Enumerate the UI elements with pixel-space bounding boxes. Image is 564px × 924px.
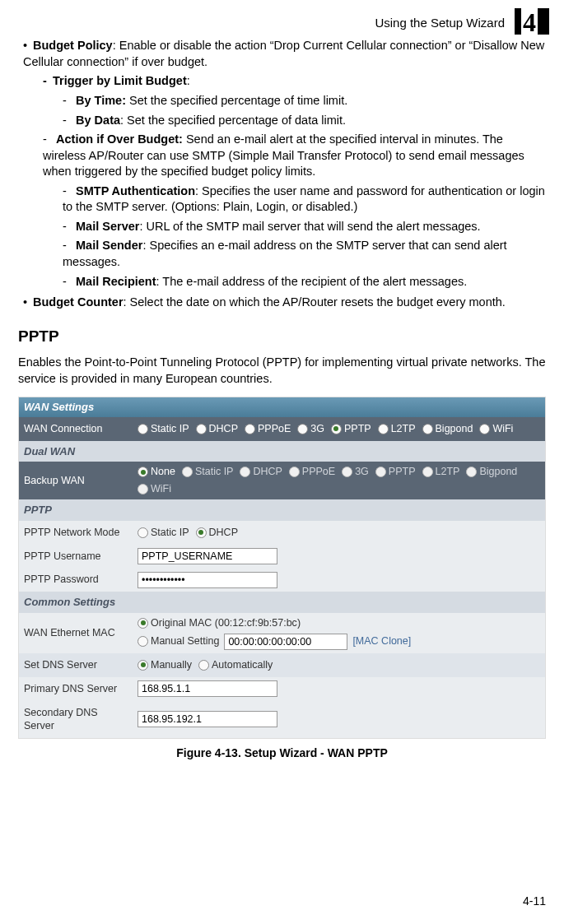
figure-title-bar: WAN Settings <box>19 397 545 417</box>
backup-none-radio[interactable]: None <box>138 465 175 479</box>
content-list: •Budget Policy: Enable or disable the ac… <box>18 38 546 310</box>
mail-sender-item: - Mail Sender: Specifies an e-mail addre… <box>63 238 546 270</box>
pptp-mode-row: PPTP Network Mode Static IP DHCP <box>19 521 545 545</box>
primary-dns-input[interactable] <box>138 680 277 697</box>
set-dns-row: Set DNS Server Manually Automatically <box>19 653 545 677</box>
smtp-auth-item: - SMTP Authentication: Specifies the use… <box>63 183 546 216</box>
page-number: 4-11 <box>523 894 546 909</box>
backup-3g-radio[interactable]: 3G <box>342 465 369 479</box>
pptp-subheader: PPTP <box>19 499 545 521</box>
chapter-number-box: 4 <box>515 8 549 35</box>
wan-bigpond-radio[interactable]: Bigpond <box>422 422 473 436</box>
backup-wan-row: Backup WAN None Static IP DHCP PPPoE 3G … <box>19 462 545 499</box>
pptp-username-row: PPTP Username <box>19 545 545 569</box>
secondary-dns-input[interactable] <box>138 711 277 727</box>
figure-caption: Figure 4-13. Setup Wizard - WAN PPTP <box>18 745 546 761</box>
page-header-title: Using the Setup Wizard <box>18 15 546 31</box>
mac-manual-radio[interactable]: Manual Setting <box>138 634 219 648</box>
backup-pptp-radio[interactable]: PPTP <box>375 465 416 479</box>
wan-dhcp-radio[interactable]: DHCP <box>196 422 238 436</box>
wan-mac-row: WAN Ethernet MAC Original MAC (00:12:cf:… <box>19 613 545 653</box>
backup-static-ip-radio[interactable]: Static IP <box>182 465 234 479</box>
pptp-dhcp-radio[interactable]: DHCP <box>196 526 238 540</box>
chapter-number: 4 <box>521 5 538 40</box>
pptp-intro: Enables the Point-to-Point Tunneling Pro… <box>18 355 546 387</box>
wan-3g-radio[interactable]: 3G <box>297 422 324 436</box>
secondary-dns-row: Secondary DNS Server <box>19 701 545 739</box>
dns-manual-radio[interactable]: Manually <box>138 658 192 672</box>
backup-wifi-radio[interactable]: WiFi <box>138 482 171 496</box>
pptp-password-input[interactable] <box>138 572 277 588</box>
trigger-item: - Trigger by Limit Budget: - By Time: Se… <box>43 73 546 128</box>
mac-clone-link[interactable]: [MAC Clone] <box>352 634 411 648</box>
wan-connection-row: WAN Connection Static IP DHCP PPPoE 3G P… <box>19 417 545 441</box>
wan-pppoe-radio[interactable]: PPPoE <box>245 422 291 436</box>
backup-bigpond-radio[interactable]: Bigpond <box>466 465 517 479</box>
mac-original-radio[interactable]: Original MAC (00:12:cf:9b:57:bc) <box>138 616 301 630</box>
by-data-item: - By Data: Set the specified percentage … <box>63 113 546 129</box>
by-time-item: - By Time: Set the specified percentage … <box>63 93 546 109</box>
wan-static-ip-radio[interactable]: Static IP <box>138 422 189 436</box>
pptp-password-row: PPTP Password <box>19 568 545 592</box>
primary-dns-row: Primary DNS Server <box>19 677 545 701</box>
wan-settings-figure: WAN Settings WAN Connection Static IP DH… <box>18 397 546 739</box>
backup-pppoe-radio[interactable]: PPPoE <box>289 465 335 479</box>
dual-wan-subheader: Dual WAN <box>19 441 545 462</box>
pptp-static-ip-radio[interactable]: Static IP <box>138 526 189 540</box>
backup-l2tp-radio[interactable]: L2TP <box>422 465 460 479</box>
mail-recipient-item: - Mail Recipient: The e-mail address of … <box>63 274 546 290</box>
dns-auto-radio[interactable]: Automatically <box>198 658 273 672</box>
pptp-username-input[interactable] <box>138 548 277 564</box>
mail-server-item: - Mail Server: URL of the SMTP mail serv… <box>63 219 546 235</box>
budget-counter-item: •Budget Counter: Select the date on whic… <box>23 295 546 311</box>
budget-policy-item: •Budget Policy: Enable or disable the ac… <box>23 38 546 290</box>
mac-manual-input[interactable] <box>224 634 347 650</box>
action-over-budget-item: - Action if Over Budget: Send an e-mail … <box>43 132 546 290</box>
wan-wifi-radio[interactable]: WiFi <box>479 422 513 436</box>
backup-dhcp-radio[interactable]: DHCP <box>240 465 282 479</box>
wan-pptp-radio[interactable]: PPTP <box>331 422 371 436</box>
pptp-heading: PPTP <box>18 326 546 347</box>
common-settings-subheader: Common Settings <box>19 592 545 613</box>
wan-l2tp-radio[interactable]: L2TP <box>378 422 416 436</box>
